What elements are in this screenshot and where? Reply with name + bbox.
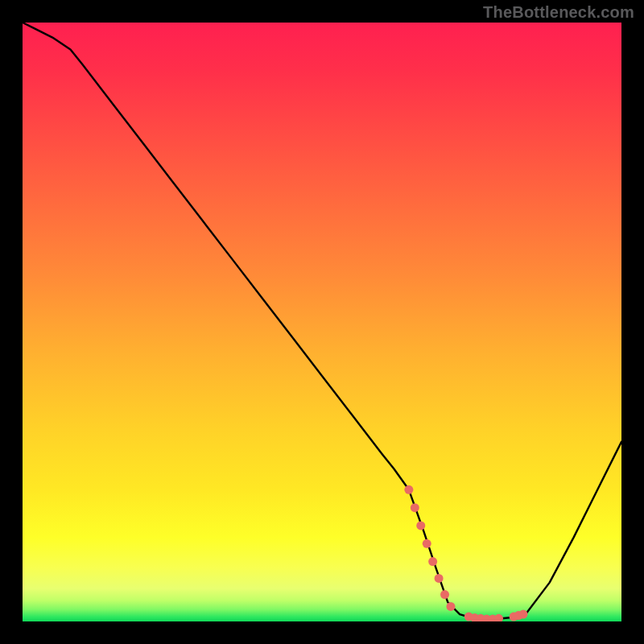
curve-marker bbox=[435, 574, 444, 583]
curve-marker bbox=[518, 610, 527, 619]
curve-marker bbox=[404, 485, 413, 494]
curve-marker bbox=[416, 521, 425, 530]
curve-marker bbox=[494, 614, 503, 621]
curve-marker bbox=[411, 503, 419, 512]
curve-marker bbox=[446, 602, 455, 611]
watermark-text: TheBottleneck.com bbox=[483, 3, 634, 22]
curve-marker bbox=[440, 590, 449, 599]
chart-curve bbox=[23, 23, 621, 621]
plot-area bbox=[23, 23, 621, 621]
curve-marker bbox=[428, 557, 437, 566]
curve-marker bbox=[423, 539, 431, 548]
